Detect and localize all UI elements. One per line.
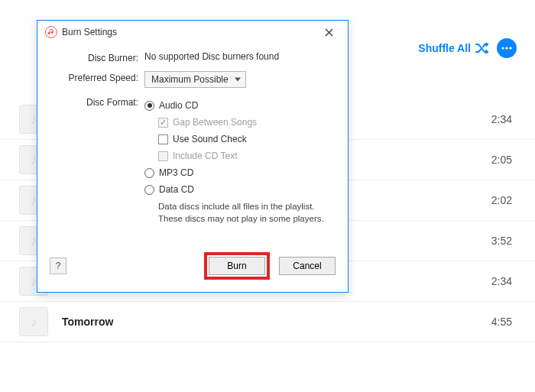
burn-label: Burn: [227, 261, 246, 271]
burn-button[interactable]: Burn: [209, 257, 265, 275]
dialog-footer: ? Burn Cancel: [37, 245, 348, 292]
include-cd-text-label: Include CD Text: [173, 151, 238, 161]
dialog-body: Disc Burner: No supported Disc burners f…: [37, 44, 348, 245]
radio-icon: [144, 185, 154, 195]
radio-mp3-cd[interactable]: MP3 CD: [144, 164, 329, 181]
close-icon: [325, 28, 333, 37]
disc-burner-label: Disc Burner:: [56, 51, 144, 63]
svg-point-0: [501, 47, 504, 49]
data-cd-note: Data discs include all files in the play…: [158, 201, 329, 225]
svg-point-1: [505, 47, 507, 49]
checkbox-icon: [158, 134, 168, 144]
burn-button-highlight: Burn: [204, 252, 270, 280]
disc-format-label: Disc Format:: [56, 96, 144, 108]
radio-icon: [144, 101, 154, 111]
radio-data-cd-label: Data CD: [159, 184, 194, 195]
burn-settings-dialog: Burn Settings Disc Burner: No supported …: [37, 20, 349, 293]
radio-audio-cd[interactable]: Audio CD: [144, 97, 329, 114]
checkbox-icon: [158, 118, 168, 128]
check-include-cd-text: Include CD Text: [144, 147, 329, 164]
shuffle-label: Shuffle All: [418, 42, 471, 54]
ellipsis-icon: [501, 47, 512, 50]
svg-point-2: [509, 47, 511, 49]
preferred-speed-select[interactable]: Maximum Possible: [144, 71, 246, 88]
track-duration: 4:55: [475, 316, 512, 328]
gap-between-label: Gap Between Songs: [173, 117, 257, 128]
preferred-speed-label: Preferred Speed:: [56, 71, 144, 83]
check-use-sound-check[interactable]: Use Sound Check: [144, 131, 329, 147]
radio-icon: [144, 168, 154, 178]
track-duration: 3:52: [475, 235, 512, 247]
dialog-titlebar[interactable]: Burn Settings: [37, 21, 348, 44]
itunes-icon: [45, 26, 57, 38]
help-button[interactable]: ?: [50, 258, 66, 274]
track-duration: 2:02: [475, 194, 512, 206]
radio-data-cd[interactable]: Data CD: [144, 181, 329, 198]
shuffle-icon: [475, 43, 489, 53]
shuffle-all-link[interactable]: Shuffle All: [418, 42, 489, 54]
track-row[interactable]: ♪ Tomorrow 4:55: [0, 302, 535, 342]
track-duration: 2:34: [475, 113, 512, 125]
checkbox-icon: [158, 151, 168, 161]
disc-burner-value: No supported Disc burners found: [144, 51, 329, 62]
radio-audio-cd-label: Audio CD: [159, 100, 198, 111]
track-duration: 2:34: [475, 275, 512, 287]
more-button[interactable]: [497, 38, 517, 58]
help-label: ?: [56, 261, 61, 271]
cancel-button[interactable]: Cancel: [279, 257, 336, 275]
use-sound-check-label: Use Sound Check: [173, 134, 247, 144]
track-thumb-icon: ♪: [19, 307, 48, 336]
close-button[interactable]: [317, 23, 340, 41]
track-title: Tomorrow: [62, 316, 475, 328]
cancel-label: Cancel: [293, 261, 321, 271]
check-gap-between-songs: Gap Between Songs: [144, 114, 329, 131]
dialog-title: Burn Settings: [62, 27, 317, 37]
preferred-speed-value: Maximum Possible: [151, 74, 229, 85]
track-duration: 2:05: [475, 154, 512, 166]
radio-mp3-cd-label: MP3 CD: [159, 167, 193, 178]
